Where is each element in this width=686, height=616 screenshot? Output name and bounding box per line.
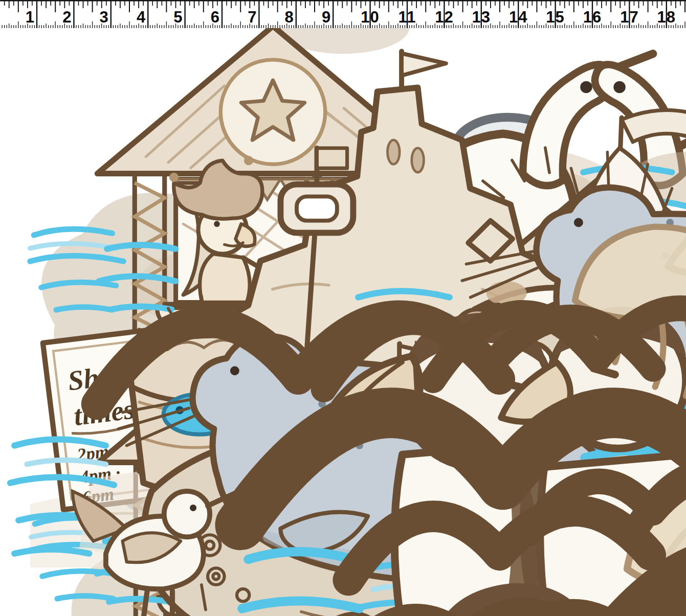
ruler-number-15: 15 [546, 8, 564, 26]
ruler-number-2: 2 [62, 8, 72, 26]
ruler-number-16: 16 [583, 8, 602, 26]
ruler-number-3: 3 [100, 8, 109, 26]
ruler-number-13: 13 [472, 8, 491, 26]
ruler-number-9: 9 [322, 8, 331, 26]
ruler-number-1: 1 [26, 8, 35, 26]
fabric-swatch-image: Show times 2pm · 4pm · 6pm [0, 0, 686, 616]
ruler-number-14: 14 [509, 8, 527, 26]
ruler-number-6: 6 [211, 8, 220, 26]
ruler-number-18: 18 [657, 8, 676, 26]
ruler-number-11: 11 [399, 8, 416, 26]
ruler-number-17: 17 [620, 8, 638, 26]
ruler-number-10: 10 [361, 8, 379, 26]
ruler-number-5: 5 [173, 8, 183, 26]
ruler: 123456789101112131415161718 [0, 0, 686, 28]
ruler-number-4: 4 [137, 8, 146, 26]
fabric-pattern: Show times 2pm · 4pm · 6pm [0, 0, 686, 616]
ruler-number-8: 8 [285, 8, 294, 26]
ruler-number-12: 12 [435, 8, 453, 26]
ruler-number-7: 7 [248, 8, 257, 26]
